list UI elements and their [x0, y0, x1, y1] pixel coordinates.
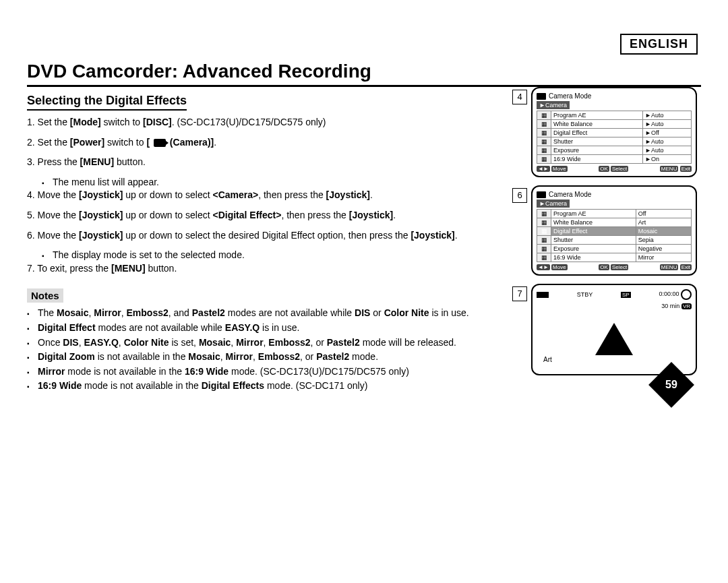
disc-icon: [681, 289, 692, 300]
menu-row: ▦16:9 WideMirror: [537, 253, 692, 262]
menu-table: ▦Program AE►Auto▦White Balance►Auto▦Digi…: [537, 111, 692, 164]
figure-6: 6 Camera Mode ►Camera ▦Program AEOff▦Whi…: [512, 185, 701, 276]
nav-row: ◄► Move OK Select MENU Exit: [537, 264, 692, 270]
camcorder-icon: [537, 191, 546, 198]
figure-number: 4: [512, 90, 527, 104]
menu-row: ▦Shutter►Auto: [537, 137, 692, 146]
vr-badge: VR: [681, 303, 692, 309]
menu-row: ▦Digital Effect►Off: [537, 129, 692, 137]
figure-7: 7 STBY SP 0:00:00 30 min VR Art: [512, 284, 701, 375]
nav-row: ◄► Move OK Select MENU Exit: [537, 166, 692, 172]
camcorder-preview: STBY SP 0:00:00 30 min VR Art: [531, 284, 697, 375]
nav-exit: Exit: [680, 264, 692, 270]
nav-select: Select: [611, 264, 628, 270]
step-item: 5. Move the [Joystick] up or down to sel…: [27, 209, 499, 222]
stby-label: STBY: [577, 291, 593, 298]
notes-list: The Mosaic, Mirror, Emboss2, and Pastel2…: [27, 307, 499, 393]
nav-move: Move: [551, 264, 568, 270]
menu-header: ►Camera: [537, 200, 570, 208]
step-sub-item: The display mode is set to the selected …: [42, 249, 499, 262]
nav-move: Move: [551, 166, 568, 172]
sp-badge: SP: [621, 292, 631, 298]
menu-table: ▦Program AEOff▦White BalanceArt▦Digital …: [537, 209, 692, 262]
effect-label: Art: [543, 356, 552, 363]
note-item: Once DIS, EASY.Q, Color Nite is set, Mos…: [27, 336, 499, 350]
camcorder-screen: Camera Mode ►Camera ▦Program AEOff▦White…: [531, 185, 697, 276]
menu-row: ▦Program AE►Auto: [537, 111, 692, 120]
step-item: 7. To exit, press the [MENU] button.: [27, 262, 499, 276]
menu-row: ▦Program AEOff: [537, 210, 692, 218]
page-title: DVD Camcorder: Advanced Recording: [27, 61, 701, 87]
section-subtitle: Selecting the Digital Effects: [27, 94, 187, 111]
nav-select: Select: [611, 166, 628, 172]
menu-header: ►Camera: [537, 101, 570, 109]
steps-list: 1. Set the [Mode] switch to [DISC]. (SC-…: [27, 116, 499, 275]
step-item: 6. Move the [Joystick] up or down to sel…: [27, 229, 499, 243]
camcorder-screen: Camera Mode ►Camera ▦Program AE►Auto▦Whi…: [531, 87, 697, 177]
step-item: 2. Set the [Power] switch to [ (Camera)]…: [27, 136, 499, 150]
remain-label: 30 min: [661, 303, 679, 309]
note-item: Mirror mode is not available in the 16:9…: [27, 365, 499, 379]
figure-number: 7: [512, 286, 527, 301]
menu-row: ▦White BalanceArt: [537, 218, 692, 227]
note-item: The Mosaic, Mirror, Emboss2, and Pastel2…: [27, 307, 499, 320]
note-item: Digital Effect modes are not available w…: [27, 321, 499, 335]
note-item: 16:9 Wide mode is not available in the D…: [27, 379, 499, 393]
step-sub-item: The menu list will appear.: [42, 176, 499, 189]
battery-icon: [537, 292, 549, 298]
menu-row: ▦ExposureNegative: [537, 245, 692, 253]
play-triangle-icon: [595, 323, 633, 355]
notes-label: Notes: [27, 288, 63, 303]
camera-icon: [154, 139, 166, 147]
mode-title: Camera Mode: [549, 191, 591, 198]
step-item: 1. Set the [Mode] switch to [DISC]. (SC-…: [27, 116, 499, 129]
nav-exit: Exit: [680, 166, 692, 172]
mode-title: Camera Mode: [549, 92, 591, 100]
menu-row: ▦White Balance►Auto: [537, 120, 692, 129]
note-item: Digital Zoom is not available in the Mos…: [27, 350, 499, 364]
menu-row: ▦Digital EffectMosaic: [537, 227, 692, 236]
language-box: ENGLISH: [620, 34, 698, 55]
menu-row: ▦ShutterSepia: [537, 236, 692, 245]
figure-number: 6: [512, 188, 527, 203]
time-label: 0:00:00: [659, 290, 679, 297]
menu-row: ▦16:9 Wide►On: [537, 155, 692, 164]
figure-4: 4 Camera Mode ►Camera ▦Program AE►Auto▦W…: [512, 87, 701, 177]
camcorder-icon: [537, 93, 546, 100]
step-item: 3. Press the [MENU] button.: [27, 156, 499, 169]
step-item: 4. Move the [Joystick] up or down to sel…: [27, 189, 499, 202]
menu-row: ▦Exposure►Auto: [537, 146, 692, 155]
